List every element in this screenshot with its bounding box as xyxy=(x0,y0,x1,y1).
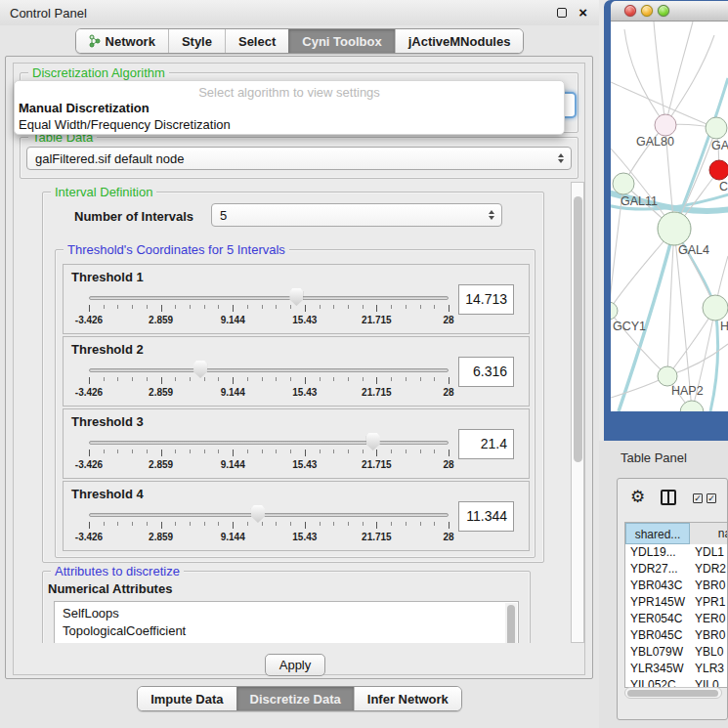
table-cell: YDL1 xyxy=(690,544,728,561)
table-horizontal-scrollbar[interactable] xyxy=(624,687,722,699)
network-canvas[interactable]: GAL80GACGAL11GAL4HGCY1HAP2 xyxy=(611,21,728,411)
threshold-slider[interactable]: -3.4262.8599.14415.4321.71528 xyxy=(89,433,449,476)
threshold-value-field[interactable]: 11.344 xyxy=(458,501,514,532)
network-window: GAL80GACGAL11GAL4HGCY1HAP2 xyxy=(604,0,728,441)
apply-button[interactable]: Apply xyxy=(265,654,325,676)
attributes-list[interactable]: SelfLoopsTopologicalCoefficientBetweenne… xyxy=(54,601,519,643)
close-icon[interactable]: × xyxy=(578,4,587,21)
table-row[interactable]: YIL052CYIL0 xyxy=(625,677,728,687)
threshold-value-field[interactable]: 6.316 xyxy=(458,357,514,387)
table-panel-title: Table Panel xyxy=(621,450,687,465)
table-row[interactable]: YBR045CYBR0 xyxy=(625,627,728,644)
tab-style[interactable]: Style xyxy=(168,29,225,53)
tab-impute-data[interactable]: Impute Data xyxy=(138,687,236,710)
node-label: GCY1 xyxy=(613,320,646,333)
table-row[interactable]: YDL19...YDL1 xyxy=(625,544,728,561)
table-cell: YDR2 xyxy=(690,561,728,578)
table-row[interactable]: YBL079WYBL0 xyxy=(625,644,728,661)
table-cell: YLR345W xyxy=(625,661,690,677)
algorithm-option-manual-discretization[interactable]: Manual Discretization xyxy=(19,101,150,115)
thresholds-group-title: Threshold's Coordinates for 5 Intervals xyxy=(64,242,289,257)
attribute-list-item[interactable]: TopologicalCoefficient xyxy=(55,622,518,640)
num-intervals-combobox[interactable]: 5 xyxy=(211,203,502,227)
threshold-slider[interactable]: -3.4262.8599.14415.4321.71528 xyxy=(89,361,449,404)
slider-thumb[interactable] xyxy=(251,505,265,523)
threshold-value-field[interactable]: 21.4 xyxy=(458,429,514,459)
table-row[interactable]: YBR043CYBR0 xyxy=(625,578,728,594)
tab-cyni-toolbox[interactable]: Cyni Toolbox xyxy=(288,29,394,53)
node-label: GA xyxy=(711,139,728,152)
gear-icon[interactable]: ⚙ xyxy=(630,487,645,507)
threshold-panel-threshold-4: Threshold 4-3.4262.8599.14415.4321.71528… xyxy=(63,481,530,551)
attributes-group-title: Attributes to discretize xyxy=(51,564,184,578)
network-node-gal80[interactable] xyxy=(655,114,676,136)
threshold-slider[interactable]: -3.4262.8599.14415.4321.71528 xyxy=(89,288,449,331)
network-node-ga[interactable] xyxy=(706,117,727,139)
node-label: GAL4 xyxy=(678,243,709,257)
table-row[interactable]: YDR27...YDR2 xyxy=(625,561,728,578)
scrollbar-thumb[interactable] xyxy=(507,605,515,643)
slider-thumb[interactable] xyxy=(193,361,207,378)
slider-tick-labels: -3.4262.8599.14415.4321.71528 xyxy=(89,532,449,543)
settings-scrollpane: Interval Definition Number of Intervals … xyxy=(20,182,571,643)
tab-infer-network[interactable]: Infer Network xyxy=(354,687,461,710)
attributes-list-scrollbar[interactable] xyxy=(505,603,517,643)
slider-thumb[interactable] xyxy=(366,433,380,450)
network-node-h[interactable] xyxy=(703,295,728,321)
popup-hint: Select algorithm to view settings xyxy=(15,85,564,100)
tab-label: Select xyxy=(238,34,276,49)
slider-track[interactable] xyxy=(89,441,449,445)
scrollbar-thumb[interactable] xyxy=(574,196,582,462)
checkbox-icon[interactable]: ✓ xyxy=(707,493,716,503)
algorithm-group-title: Discretization Algorithm xyxy=(28,65,169,80)
slider-track[interactable] xyxy=(89,513,449,517)
slider-ticks xyxy=(89,450,449,457)
table-row[interactable]: YER054CYER0 xyxy=(625,611,728,627)
table-row[interactable]: YPR145WYPR1 xyxy=(625,594,728,611)
network-node-gal4[interactable] xyxy=(658,212,691,245)
network-node[interactable] xyxy=(680,401,704,411)
node-label: H xyxy=(720,320,728,333)
combo-stepper-icon xyxy=(486,210,501,220)
table-data-combobox[interactable]: galFiltered.sif default node xyxy=(26,147,572,170)
tab-label: jActiveMNodules xyxy=(408,34,511,49)
table-cell: YBL0 xyxy=(690,644,728,661)
network-node-gcy1[interactable] xyxy=(611,302,618,320)
network-node-hap2[interactable] xyxy=(658,366,677,386)
network-node-c[interactable] xyxy=(709,160,728,180)
scrollbar-thumb[interactable] xyxy=(627,690,718,697)
table-cell: YPR145W xyxy=(625,594,690,611)
slider-ticks xyxy=(89,377,449,385)
network-window-titlebar xyxy=(611,1,728,21)
node-table-panel: ⚙ ✓ ✓ shared...na YDL19...YDL1YDR27...YD… xyxy=(617,478,728,720)
threshold-slider[interactable]: -3.4262.8599.14415.4321.71528 xyxy=(89,505,449,548)
slider-track[interactable] xyxy=(89,296,449,300)
close-traffic-light-icon[interactable] xyxy=(624,5,636,17)
table-row[interactable]: YLR345WYLR3 xyxy=(625,661,728,677)
slider-tick-labels: -3.4262.8599.14415.4321.71528 xyxy=(89,315,449,326)
slider-thumb[interactable] xyxy=(289,288,303,306)
tab-network[interactable]: Network xyxy=(76,29,168,53)
algorithm-option-equal-width-frequency-discretization[interactable]: Equal Width/Frequency Discretization xyxy=(19,117,231,132)
column-header-name[interactable]: na xyxy=(690,523,728,544)
column-header-shared-name[interactable]: shared... xyxy=(625,523,690,544)
tab-select[interactable]: Select xyxy=(225,29,288,53)
attribute-list-item[interactable]: SelfLoops xyxy=(55,605,518,622)
control-panel: Control Panel × NetworkStyleSelectCyni T… xyxy=(0,0,599,728)
settings-scrollbar[interactable] xyxy=(571,182,584,643)
threshold-value-field[interactable]: 14.713 xyxy=(458,284,514,315)
slider-track[interactable] xyxy=(89,368,449,372)
node-table: shared...na YDL19...YDL1YDR27...YDR2YBR0… xyxy=(624,522,728,688)
column-layout-icon[interactable] xyxy=(661,490,676,505)
network-node-gal11[interactable] xyxy=(613,173,634,194)
num-intervals-label: Number of Intervals xyxy=(74,209,193,224)
table-cell: YBR0 xyxy=(690,578,728,594)
table-cell: YBR0 xyxy=(690,627,728,644)
attribute-list-item[interactable]: BetweennessCentrality xyxy=(55,640,518,643)
float-window-icon[interactable] xyxy=(557,8,567,18)
minimize-traffic-light-icon[interactable] xyxy=(641,5,653,17)
checkbox-icon[interactable]: ✓ xyxy=(693,493,703,503)
zoom-traffic-light-icon[interactable] xyxy=(658,5,669,17)
tab-jactivemnodules[interactable]: jActiveMNodules xyxy=(395,29,524,53)
tab-discretize-data[interactable]: Discretize Data xyxy=(236,687,354,710)
